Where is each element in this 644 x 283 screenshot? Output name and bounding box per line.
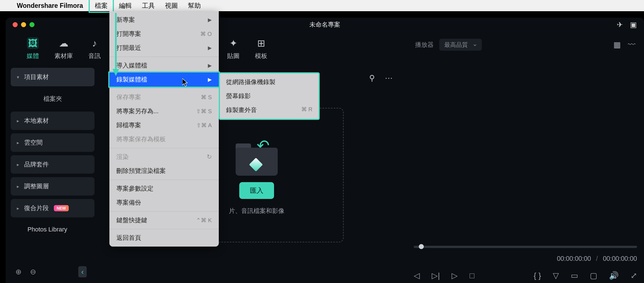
- send-icon[interactable]: ✈: [617, 20, 623, 29]
- sidebar-item-label: 雲空間: [24, 138, 43, 147]
- traffic-lights: [13, 22, 34, 27]
- menu-separator: [109, 148, 219, 148]
- menu-separator: [109, 211, 219, 212]
- menu-view[interactable]: 視圖: [160, 0, 183, 12]
- sidebar-item-brand[interactable]: ▸品牌套件: [11, 155, 95, 174]
- sidebar-item-photos-library[interactable]: Photos Library: [11, 221, 95, 238]
- tab-stickers[interactable]: ✦貼圖: [227, 37, 240, 60]
- menu-separator: [109, 57, 219, 57]
- sidebar-item-compound-clip[interactable]: ▸復合片段NEW: [11, 199, 95, 217]
- tab-templates[interactable]: ⊞模板: [255, 37, 267, 60]
- menu-delete-preview-render[interactable]: 刪除預覽渲染檔案: [109, 164, 219, 178]
- sidebar-item-adjustment-layer[interactable]: ▸調整圖層: [11, 177, 95, 196]
- remove-folder-icon[interactable]: ⊖: [30, 268, 36, 276]
- file-menu-dropdown: 新專案▶ 打開專案⌘ O 打開最近▶ 導入媒體檔▶ 錄製媒體檔▶ 保存專案⌘ S…: [109, 11, 219, 247]
- titlebar: 未命名專案 ✈ ▣: [6, 18, 644, 32]
- menu-help[interactable]: 幫助: [183, 0, 206, 12]
- app-window: 未命名專案 ✈ ▣ 🖼媒體 ☁素材庫 ♪音訊 T字幕 ✦轉場 ✧特效 ⚭濾鏡 ✦…: [6, 18, 644, 283]
- screen-icon[interactable]: ▭: [571, 271, 578, 280]
- grid-view-icon[interactable]: ▦: [613, 40, 621, 49]
- sidebar-item-label: 項目素材: [24, 73, 49, 81]
- sidebar-item-label: 檔案夾: [43, 95, 62, 103]
- image-icon: 🖼: [27, 37, 39, 49]
- menu-record-media[interactable]: 錄製媒體檔▶: [108, 71, 220, 88]
- snapshot-icon[interactable]: ▢: [590, 271, 597, 280]
- tab-label: 模板: [255, 52, 267, 60]
- menu-project-backup[interactable]: 專案備份: [109, 196, 219, 210]
- menu-save-as[interactable]: 將專案另存為...⇧⌘ S: [109, 104, 219, 118]
- quality-select[interactable]: 最高品質: [439, 39, 482, 51]
- more-icon[interactable]: ⋯: [385, 73, 393, 83]
- chevron-down-icon: ▾: [17, 75, 19, 80]
- timecode-total: 00:00:00:00: [603, 255, 637, 263]
- tab-media[interactable]: 🖼媒體: [27, 37, 39, 60]
- play-icon[interactable]: ▷: [452, 271, 458, 280]
- menu-tools[interactable]: 工具: [137, 0, 160, 12]
- prev-icon[interactable]: ◁: [414, 271, 420, 280]
- menu-save-project: 保存專案⌘ S: [109, 90, 219, 104]
- new-badge: NEW: [54, 205, 69, 211]
- fullscreen-icon[interactable]: [29, 22, 34, 27]
- sidebar-item-project-media[interactable]: ▾項目素材: [11, 68, 95, 86]
- sidebar: ▾項目素材 檔案夾 ▸本地素材 ▸雲空間 ▸品牌套件 ▸調整圖層 ▸復合片段NE…: [6, 64, 100, 283]
- download-arrow-icon: ↶: [257, 136, 270, 154]
- sidebar-item-label: 本地素材: [24, 117, 49, 125]
- chevron-right-icon: ▶: [208, 17, 212, 23]
- add-folder-icon[interactable]: ⊕: [15, 268, 22, 276]
- playhead-icon[interactable]: [419, 244, 424, 249]
- stop-icon[interactable]: □: [470, 271, 474, 280]
- tab-label: 素材庫: [54, 52, 73, 60]
- sidebar-item-cloud[interactable]: ▸雲空間: [11, 133, 95, 152]
- submenu-record-webcam[interactable]: 從網路攝像機錄製: [220, 75, 319, 89]
- menu-open-recent[interactable]: 打開最近▶: [109, 41, 219, 55]
- panel-icon[interactable]: ▣: [630, 20, 637, 29]
- menu-keyboard-shortcuts[interactable]: 鍵盤快捷鍵⌃⌘ K: [109, 213, 219, 227]
- submenu-record-voiceover[interactable]: 錄製畫外音⌘ R: [220, 103, 319, 117]
- template-icon: ⊞: [255, 37, 267, 49]
- player-timeline[interactable]: [414, 246, 637, 248]
- tab-stock[interactable]: ☁素材庫: [54, 37, 73, 60]
- sidebar-item-folder[interactable]: 檔案夾: [11, 90, 95, 108]
- menu-edit[interactable]: 編輯: [114, 0, 137, 12]
- menu-back-home[interactable]: 返回首頁: [109, 231, 219, 245]
- menu-file[interactable]: 檔案: [89, 0, 114, 13]
- import-button[interactable]: 匯入: [239, 182, 274, 199]
- waveform-icon[interactable]: 〰: [628, 40, 636, 49]
- menu-separator: [109, 88, 219, 89]
- step-fwd-icon[interactable]: ▷|: [432, 271, 440, 280]
- chevron-right-icon: ▸: [17, 206, 19, 211]
- marker-icon[interactable]: ▽: [553, 271, 559, 280]
- chevron-right-icon: ▸: [17, 140, 19, 145]
- menu-project-settings[interactable]: 專案參數設定: [109, 182, 219, 196]
- refresh-icon: ↻: [207, 153, 212, 161]
- menu-import-media[interactable]: 導入媒體檔▶: [109, 59, 219, 73]
- menu-open-project[interactable]: 打開專案⌘ O: [109, 27, 219, 41]
- sidebar-item-label: 調整圖層: [24, 182, 49, 191]
- menu-archive-project[interactable]: 歸檔專案⇧⌘ A: [109, 118, 219, 132]
- chevron-right-icon: ▸: [17, 184, 19, 189]
- tab-label: 媒體: [27, 52, 39, 60]
- collapse-sidebar-icon[interactable]: ‹: [78, 266, 87, 277]
- filter-icon[interactable]: ⚲: [369, 73, 375, 83]
- expand-icon[interactable]: ⤢: [631, 271, 637, 280]
- chevron-right-icon: ▸: [17, 162, 19, 167]
- tab-label: 貼圖: [227, 52, 240, 60]
- tab-audio[interactable]: ♪音訊: [88, 37, 101, 60]
- macos-menubar: Wondershare Filmora 檔案 編輯 工具 視圖 幫助: [0, 0, 644, 11]
- close-icon[interactable]: [13, 22, 18, 27]
- timecode-current: 00:00:00:00: [557, 255, 591, 263]
- bracket-icon[interactable]: { }: [534, 271, 541, 280]
- sidebar-item-label: 復合片段: [24, 204, 49, 212]
- submenu-screen-record[interactable]: 螢幕錄影: [220, 89, 319, 103]
- chevron-right-icon: ▶: [208, 76, 212, 83]
- chevron-right-icon: ▶: [208, 45, 212, 51]
- chevron-right-icon: ▸: [17, 118, 19, 124]
- sticker-icon: ✦: [227, 37, 239, 49]
- sidebar-item-local[interactable]: ▸本地素材: [11, 112, 95, 130]
- volume-icon[interactable]: 🔊: [609, 271, 619, 280]
- sidebar-item-label: Photos Library: [27, 226, 67, 233]
- app-name: Wondershare Filmora: [17, 2, 83, 10]
- minimize-icon[interactable]: [21, 22, 26, 27]
- menu-new-project[interactable]: 新專案▶: [109, 13, 219, 27]
- record-media-submenu: 從網路攝像機錄製 螢幕錄影 錄製畫外音⌘ R: [219, 72, 320, 120]
